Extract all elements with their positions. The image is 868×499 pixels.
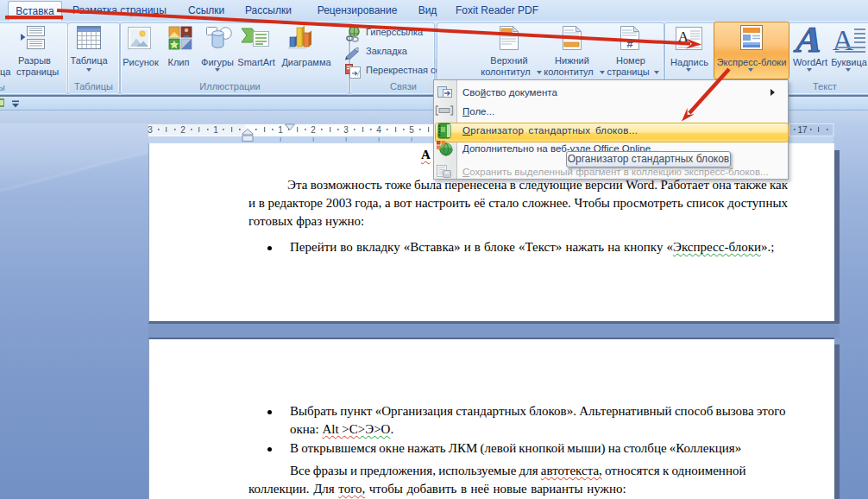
svg-text:1: 1 [213,125,218,135]
svg-text:3: 3 [343,125,349,135]
svg-text:2: 2 [311,125,316,135]
svg-text:3: 3 [148,125,153,135]
svg-text:A: A [678,28,689,45]
svg-text:5: 5 [409,125,414,135]
svg-text:17: 17 [797,125,808,135]
svg-text:1: 1 [278,125,283,135]
svg-text:2: 2 [180,125,186,135]
svg-text:4: 4 [376,125,381,135]
svg-text:#: # [626,37,633,50]
svg-text:A: A [791,20,827,60]
